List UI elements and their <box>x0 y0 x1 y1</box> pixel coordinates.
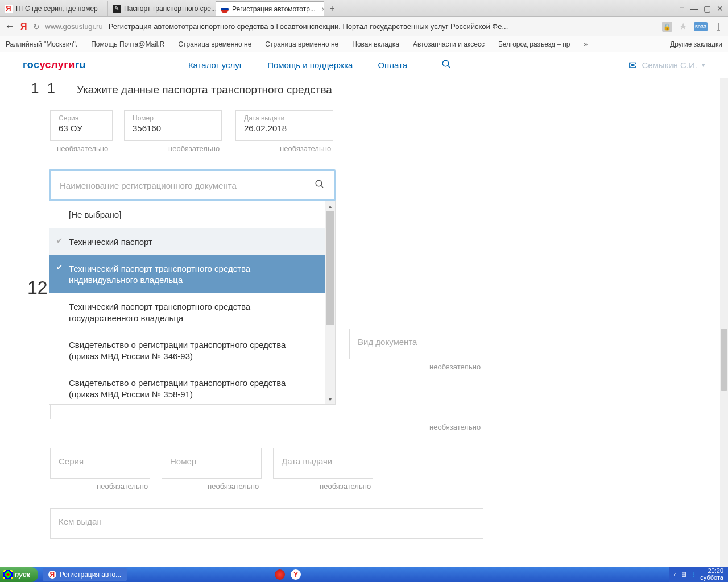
browser-tab[interactable]: ✎ Паспорт транспортного сре... <box>108 1 216 16</box>
yandex-browser-icon[interactable]: Y <box>291 569 301 580</box>
dropdown-option[interactable]: Свидетельство о регистрации транспортног… <box>49 331 335 369</box>
optional-hint: необязательно <box>57 144 108 153</box>
bookmarks-bar: Раллийный "Москвич". Помощь Почта@Mail.R… <box>0 36 728 52</box>
bookmark-item[interactable]: Страница временно не <box>178 40 251 48</box>
url-host[interactable]: www.gosuslugi.ru <box>46 22 103 31</box>
pts-date-field[interactable]: Дата выдачи 26.02.2018 <box>235 110 333 141</box>
user-name: Семыкин С.И. <box>642 60 697 70</box>
yandex-browser-icon: Я <box>48 571 56 579</box>
section-12-number: 12 <box>27 277 48 298</box>
optional-hint: необязательно <box>280 144 331 153</box>
doc-nomer-field[interactable]: Номер <box>162 448 262 479</box>
dropdown-option[interactable]: ✔ Технический паспорт <box>49 228 335 256</box>
reload-icon[interactable]: ↻ <box>33 22 40 31</box>
bookmarks-overflow-icon[interactable]: » <box>584 40 588 48</box>
tray-bluetooth-icon[interactable]: ᛒ <box>692 571 696 579</box>
section-number: 11 <box>31 80 63 97</box>
pts-seria-field[interactable]: Серия 63 ОУ <box>50 110 113 141</box>
scrollbar-thumb[interactable] <box>721 329 727 391</box>
dropdown-option[interactable]: Технический паспорт транспортного средст… <box>49 293 335 331</box>
page-scrollbar[interactable] <box>720 78 728 567</box>
section-title-text: Укажите данные паспорта транспортного ср… <box>77 84 332 96</box>
optional-hint: необязательно <box>97 482 148 490</box>
svg-line-1 <box>448 65 450 68</box>
tab-title: Регистрация автомототр... <box>232 5 316 13</box>
field-placeholder: Дата выдачи <box>282 456 365 466</box>
scroll-up-icon[interactable]: ▴ <box>325 201 335 211</box>
browser-tab-strip: Я ПТС где серия, где номер – ✎ Паспорт т… <box>0 0 728 17</box>
nav-payment[interactable]: Оплата <box>378 60 407 70</box>
site-nav: Каталог услуг Помощь и поддержка Оплата <box>188 60 407 70</box>
search-input[interactable] <box>60 181 315 190</box>
field-value: 63 ОУ <box>59 123 104 133</box>
yandex-logo-icon[interactable]: Я <box>20 22 27 32</box>
dropdown-option[interactable]: Свидетельство о регистрации транспортног… <box>49 369 335 408</box>
nav-help[interactable]: Помощь и поддержка <box>267 60 353 70</box>
doc-date-field[interactable]: Дата выдачи <box>273 448 373 479</box>
field-value: 356160 <box>133 123 213 133</box>
doc-seria-field[interactable]: Серия <box>50 448 150 479</box>
page-content: 11 Укажите данные паспорта транспортного… <box>0 78 720 567</box>
field-value: 26.02.2018 <box>244 123 325 133</box>
nav-catalog[interactable]: Каталог услуг <box>188 60 242 70</box>
download-icon[interactable]: ⭳ <box>714 22 723 32</box>
browser-tab[interactable]: Я ПТС где серия, где номер – <box>0 1 108 16</box>
optional-hint: необязательно <box>429 423 481 431</box>
close-window-icon[interactable]: ✕ <box>717 4 723 13</box>
mail-icon: ✉ <box>628 59 637 72</box>
field-placeholder: Серия <box>59 456 142 466</box>
yandex-favicon: Я <box>5 5 13 13</box>
other-bookmarks[interactable]: Другие закладки <box>670 40 722 48</box>
taskbar-clock[interactable]: 20:20 суббота <box>700 568 723 581</box>
minimize-icon[interactable]: — <box>690 4 698 13</box>
tray-chevron-icon[interactable]: ‹ <box>673 571 676 579</box>
taskbar-app[interactable]: Я Регистрация авто... <box>43 568 127 581</box>
bookmark-item[interactable]: Белгород разъезд – пр <box>498 40 570 48</box>
check-icon: ✔ <box>56 263 63 273</box>
scrollbar-thumb[interactable] <box>326 211 334 325</box>
gosuslugi-logo[interactable]: госуслугиru <box>23 59 86 71</box>
dropdown-scrollbar[interactable]: ▴ ▾ <box>325 201 335 404</box>
dropdown-search-input[interactable] <box>49 169 336 201</box>
tray-display-icon[interactable]: 🖥 <box>680 571 687 579</box>
bookmark-item[interactable]: Страница временно не <box>265 40 338 48</box>
bookmark-item[interactable]: Новая вкладка <box>352 40 399 48</box>
windows-logo-icon <box>3 570 13 579</box>
pts-nomer-field[interactable]: Номер 356160 <box>124 110 222 141</box>
hamburger-icon[interactable]: ≡ <box>680 4 684 13</box>
field-placeholder: Вид документа <box>358 337 475 347</box>
optional-hint: необязательно <box>208 482 259 490</box>
windows-taskbar: пуск Я Регистрация авто... Y ‹ 🖥 ᛒ 20:20… <box>0 567 728 582</box>
bookmark-item[interactable]: Автозапчасти и аксесс <box>413 40 485 48</box>
scroll-down-icon[interactable]: ▾ <box>325 394 335 404</box>
maximize-icon[interactable]: ▢ <box>704 4 711 13</box>
opera-icon[interactable] <box>275 569 285 580</box>
optional-hint: необязательно <box>320 482 371 490</box>
dropdown-list: [Не выбрано] ✔ Технический паспорт ✔ Тех… <box>49 201 336 405</box>
new-tab-button[interactable]: + <box>324 3 340 14</box>
ru-flag-favicon <box>221 5 229 13</box>
dropdown-option-none[interactable]: [Не выбрано] <box>49 201 335 228</box>
extension-badge-icon[interactable]: 5933 <box>694 22 708 31</box>
field-label: Дата выдачи <box>244 114 325 122</box>
start-button[interactable]: пуск <box>0 567 38 582</box>
bookmark-item[interactable]: Помощь Почта@Mail.R <box>91 40 164 48</box>
lock-icon[interactable]: 🔒 <box>662 22 672 32</box>
kem-vydan-field[interactable]: Кем выдан <box>50 508 483 539</box>
field-placeholder: Номер <box>170 456 253 466</box>
dropdown-option-selected[interactable]: ✔ Технический паспорт транспортного сред… <box>49 255 335 293</box>
field-label: Серия <box>59 114 104 122</box>
vid-documenta-field[interactable]: Вид документа <box>349 329 483 359</box>
tab-title: Паспорт транспортного сре... <box>124 5 216 13</box>
svg-line-3 <box>321 185 323 188</box>
chevron-down-icon: ▾ <box>702 61 705 69</box>
doc-name-dropdown: [Не выбрано] ✔ Технический паспорт ✔ Тех… <box>49 169 336 405</box>
search-icon[interactable] <box>441 59 452 72</box>
user-menu[interactable]: ✉ Семыкин С.И. ▾ <box>628 59 705 72</box>
url-title[interactable]: Регистрация автомототранспортного средст… <box>109 22 656 31</box>
browser-tab-active[interactable]: Регистрация автомототр... × <box>216 1 324 16</box>
search-icon <box>315 179 325 192</box>
bookmark-item[interactable]: Раллийный "Москвич". <box>6 40 77 48</box>
star-icon[interactable]: ★ <box>679 21 687 32</box>
back-button[interactable]: ← <box>5 20 15 32</box>
